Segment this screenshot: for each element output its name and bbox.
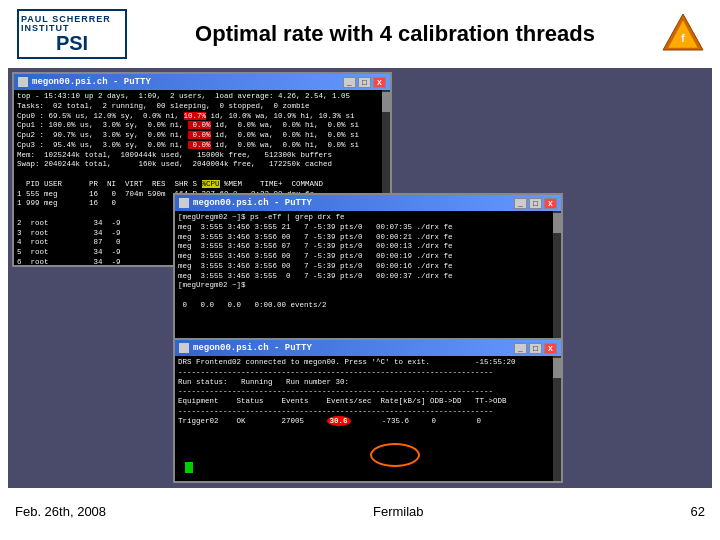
close-btn-1[interactable]: X <box>373 77 386 88</box>
term-line: Trigger02 OK 27005 30.6 -735.6 0 0 <box>178 417 558 427</box>
term-line: Cpu3 : 95.4% us, 3.0% sy, 0.0% ni, 0.0% … <box>17 141 387 151</box>
terminal-icon-2 <box>179 198 189 208</box>
terminal-body-3: DRS Frontend02 connected to megon00. Pre… <box>175 356 561 481</box>
term-line: Cpu0 : 69.5% us, 12.0% sy, 0.0% ni, 10.7… <box>17 112 387 122</box>
titlebar-left-1: megon00.psi.ch - PuTTY <box>18 77 151 87</box>
maximize-btn-2[interactable]: □ <box>529 198 542 209</box>
term-line: Equipment Status Events Events/sec Rate[… <box>178 397 558 407</box>
terminal-cursor <box>185 462 193 473</box>
minimize-btn-3[interactable]: _ <box>514 343 527 354</box>
titlebar-controls-2: _ □ X <box>514 198 557 209</box>
footer-page: 62 <box>691 504 705 519</box>
close-btn-2[interactable]: X <box>544 198 557 209</box>
term-line: PID USER PR NI VIRT RES SHR S %CPU %MEM … <box>17 180 387 190</box>
term-line: Swap: 2040244k total, 160k used, 2040004… <box>17 160 387 170</box>
term-line: ----------------------------------------… <box>178 407 558 417</box>
footer: Feb. 26th, 2008 Fermilab 62 <box>0 496 720 526</box>
terminal-window-3[interactable]: megon00.psi.ch - PuTTY _ □ X DRS Fronten… <box>173 338 563 483</box>
logo-institute-name: PAUL SCHERRER INSTITUT <box>21 15 123 33</box>
term-line: ----------------------------------------… <box>178 368 558 378</box>
scrollbar-thumb-1[interactable] <box>382 92 390 112</box>
term-line <box>178 291 558 301</box>
titlebar-3: megon00.psi.ch - PuTTY _ □ X <box>175 340 561 356</box>
main-content: megon00.psi.ch - PuTTY _ □ X top - 15:43… <box>8 68 712 488</box>
scrollbar-thumb-3[interactable] <box>553 358 561 378</box>
term-line: Cpu1 : 100.0% us, 3.0% sy, 0.0% ni, 0.0%… <box>17 121 387 131</box>
term-line: meg 3:555 3:456 3:556 07 7 -5:39 pts/0 0… <box>178 242 558 252</box>
footer-date: Feb. 26th, 2008 <box>15 504 106 519</box>
term-line: [megUregm02 ~]$ <box>178 281 558 291</box>
titlebar-2: megon00.psi.ch - PuTTY _ □ X <box>175 195 561 211</box>
term-line: meg 3:555 3:456 3:556 00 7 -5:39 pts/0 0… <box>178 233 558 243</box>
window-title-2: megon00.psi.ch - PuTTY <box>193 198 312 208</box>
logo-area: PAUL SCHERRER INSTITUT PSI <box>12 7 132 62</box>
term-line: meg 3:555 3:456 3:556 00 7 -5:39 pts/0 0… <box>178 252 558 262</box>
scrollbar-thumb-2[interactable] <box>553 213 561 233</box>
page-title: Optimal rate with 4 calibration threads <box>132 21 658 47</box>
scrollbar-3[interactable] <box>553 356 561 481</box>
term-line: Run status: Running Run number 30: <box>178 378 558 388</box>
titlebar-controls-3: _ □ X <box>514 343 557 354</box>
term-line: DRS Frontend02 connected to megon00. Pre… <box>178 358 558 368</box>
term-line: meg 3:555 3:456 3:556 00 7 -5:39 pts/0 0… <box>178 262 558 272</box>
term-line: Mem: 1025244k total, 1009444k used, 1500… <box>17 151 387 161</box>
term-line: meg 3:555 3:456 3:555 0 7 -5:39 pts/0 00… <box>178 272 558 282</box>
term-line <box>17 170 387 180</box>
term-line: ----------------------------------------… <box>178 387 558 397</box>
close-btn-3[interactable]: X <box>544 343 557 354</box>
minimize-btn-2[interactable]: _ <box>514 198 527 209</box>
maximize-btn-3[interactable]: □ <box>529 343 542 354</box>
window-title-1: megon00.psi.ch - PuTTY <box>32 77 151 87</box>
term-line: Tasks: 02 total, 2 running, 00 sleeping,… <box>17 102 387 112</box>
titlebar-controls-1: _ □ X <box>343 77 386 88</box>
fermilab-icon: f <box>658 9 708 59</box>
header: PAUL SCHERRER INSTITUT PSI Optimal rate … <box>0 0 720 68</box>
titlebar-1: megon00.psi.ch - PuTTY _ □ X <box>14 74 390 90</box>
logo-abbr: PSI <box>56 33 88 53</box>
term-line: [megUregm02 ~]$ ps -eTf | grep drx fe <box>178 213 558 223</box>
terminal-icon-1 <box>18 77 28 87</box>
psi-logo: PAUL SCHERRER INSTITUT PSI <box>17 9 127 59</box>
titlebar-left-3: megon00.psi.ch - PuTTY <box>179 343 312 353</box>
titlebar-left-2: megon00.psi.ch - PuTTY <box>179 198 312 208</box>
window-title-3: megon00.psi.ch - PuTTY <box>193 343 312 353</box>
term-line: 0 0.0 0.0 0:00.00 events/2 <box>178 301 558 311</box>
minimize-btn-1[interactable]: _ <box>343 77 356 88</box>
term-line: Cpu2 : 90.7% us, 3.0% sy, 0.0% ni, 0.0% … <box>17 131 387 141</box>
term-line: meg 3:555 3:456 3:555 21 7 -5:39 pts/0 0… <box>178 223 558 233</box>
footer-center: Fermilab <box>373 504 424 519</box>
term-line: top - 15:43:10 up 2 days, 1:09, 2 users,… <box>17 92 387 102</box>
maximize-btn-1[interactable]: □ <box>358 77 371 88</box>
terminal-icon-3 <box>179 343 189 353</box>
